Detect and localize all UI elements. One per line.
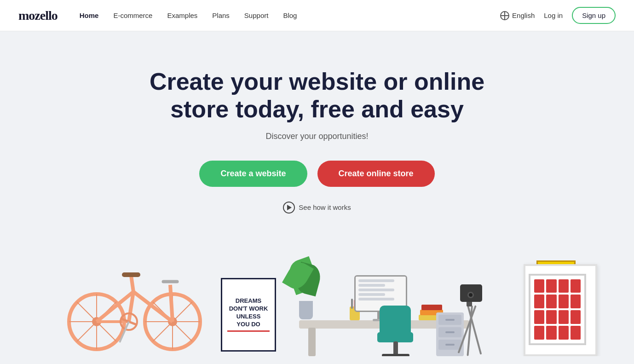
nav-examples[interactable]: Examples: [167, 12, 197, 19]
drawer-2: [438, 327, 461, 337]
grid-dot: [571, 326, 581, 340]
grid-dot: [534, 279, 544, 293]
nav-ecommerce[interactable]: E-commerce: [113, 12, 152, 19]
create-website-button[interactable]: Create a website: [199, 161, 307, 187]
camera-lens: [467, 292, 474, 298]
drawer-3: [438, 340, 461, 350]
grid-dot: [534, 326, 544, 340]
illustration-area: DREAMS DON'T WORK UNLESS YOU DO: [0, 237, 634, 356]
frame-inner: [529, 274, 586, 345]
grid-dot: [546, 326, 556, 340]
grid-dot: [546, 279, 556, 293]
screen-line: [358, 293, 385, 296]
drawer-handle: [445, 331, 455, 333]
drawer-handle: [445, 344, 455, 346]
nav-links: Home E-commerce Examples Plans Support B…: [80, 12, 500, 19]
bicycle-illustration: [64, 250, 207, 356]
nav-blog[interactable]: Blog: [283, 12, 297, 19]
poster-text: DREAMS DON'T WORK UNLESS YOU DO: [229, 297, 268, 329]
screen-line: [358, 284, 385, 287]
screen-line: [358, 298, 394, 300]
see-how-link[interactable]: See how it works: [283, 202, 351, 214]
grid-dot: [571, 310, 581, 324]
nav-plans[interactable]: Plans: [212, 12, 230, 19]
login-button[interactable]: Log in: [544, 12, 563, 19]
logo[interactable]: mozello: [18, 8, 58, 23]
nav-home[interactable]: Home: [80, 12, 99, 19]
chair-illustration: [375, 306, 416, 356]
grid-dot: [559, 295, 569, 308]
screen-line: [358, 279, 394, 282]
globe-icon: [500, 11, 509, 20]
hero-title: Create your website or online store toda…: [144, 68, 490, 123]
play-icon: [283, 202, 295, 214]
grid-dot: [559, 310, 569, 324]
chair-seat: [377, 332, 413, 342]
hero-subtitle: Discover your opportunities!: [265, 132, 368, 141]
language-selector[interactable]: English: [500, 11, 535, 20]
screen-line: [358, 289, 394, 291]
signup-button[interactable]: Sign up: [572, 7, 616, 24]
frame-outer: [524, 264, 597, 356]
nav-support[interactable]: Support: [244, 12, 269, 19]
drawer-1: [438, 315, 461, 325]
svg-line-16: [131, 276, 133, 292]
svg-rect-17: [122, 272, 140, 277]
hero-section: Create your website or online store toda…: [0, 31, 634, 356]
grid-dot: [559, 326, 569, 340]
grid-dot: [559, 279, 569, 293]
desk-leg-left: [308, 328, 316, 356]
svg-line-18: [170, 285, 173, 322]
poster-underline: [227, 330, 269, 332]
chair-base: [382, 354, 409, 356]
nav-right: English Log in Sign up: [500, 7, 616, 24]
drawer-handle: [445, 319, 455, 321]
grid-dot: [546, 295, 556, 308]
create-store-button[interactable]: Create online store: [317, 161, 435, 187]
see-how-label: See how it works: [299, 203, 351, 211]
frames-area: [510, 246, 597, 356]
chair-back: [380, 306, 411, 335]
navigation: mozello Home E-commerce Examples Plans S…: [0, 0, 634, 31]
grid-dot: [534, 310, 544, 324]
grid-dot: [571, 295, 581, 308]
cta-buttons: Create a website Create online store: [199, 161, 434, 187]
pencil-1: [351, 299, 353, 309]
play-triangle: [287, 205, 292, 210]
grid-dot: [546, 310, 556, 324]
grid-dot: [571, 279, 581, 293]
book-3: [421, 305, 442, 310]
grid-dot: [534, 295, 544, 308]
language-label: English: [512, 12, 535, 19]
desk-scene: [285, 246, 524, 356]
poster-illustration: DREAMS DON'T WORK UNLESS YOU DO: [221, 278, 276, 352]
